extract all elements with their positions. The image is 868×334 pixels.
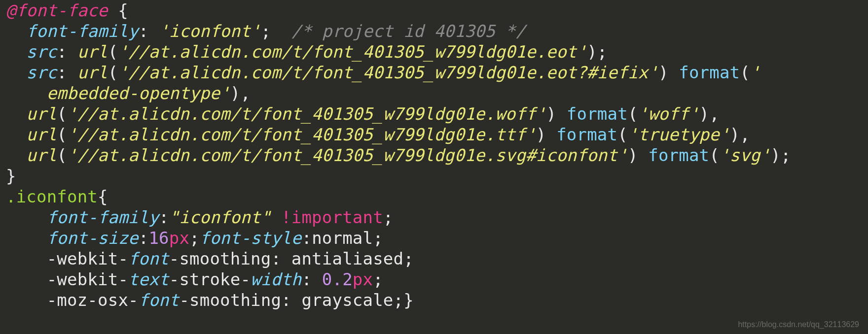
- string: 'iconfont': [159, 21, 261, 41]
- prop-src: src: [26, 42, 57, 62]
- vendor-prefix: -webkit-: [47, 249, 128, 268]
- func-url: url: [26, 104, 57, 124]
- number: 16: [148, 228, 169, 248]
- format-arg: 'truetype': [628, 125, 730, 144]
- prop-font-family: font-family: [47, 207, 159, 227]
- prop-part: -stroke-: [169, 269, 251, 289]
- url: '//at.alicdn.com/t/font_401305_w799ldg01…: [67, 125, 536, 144]
- format-arg: 'svg': [720, 145, 770, 165]
- func-url: url: [26, 145, 57, 165]
- prop-part: font: [128, 249, 169, 268]
- format-arg: 'woff': [638, 104, 699, 124]
- value: grayscale: [301, 290, 393, 310]
- number: 0.2: [322, 269, 353, 289]
- value: normal: [312, 228, 373, 248]
- func-format: format: [556, 125, 617, 144]
- url: '//at.alicdn.com/t/font_401305_w799ldg01…: [118, 63, 658, 82]
- func-url: url: [77, 42, 108, 62]
- prop-part: -smoothing: [169, 249, 271, 268]
- format-arg: embedded-opentype': [47, 83, 230, 103]
- comment: /* project id 401305 */: [291, 21, 526, 41]
- prop-src: src: [26, 63, 57, 82]
- atrule: @font-face: [6, 0, 108, 20]
- selector: .iconfont: [6, 187, 98, 206]
- url: '//at.alicdn.com/t/font_401305_w799ldg01…: [67, 145, 628, 165]
- important: !important: [281, 207, 383, 227]
- func-format: format: [679, 63, 740, 82]
- code-block: @font-face { font-family: 'iconfont'; /*…: [0, 0, 868, 310]
- prop-part: width: [251, 269, 301, 289]
- func-url: url: [26, 125, 57, 144]
- prop-part: font: [139, 290, 180, 310]
- prop-part: -smoothing: [179, 290, 281, 310]
- url: '//at.alicdn.com/t/font_401305_w799ldg01…: [118, 42, 587, 62]
- prop-font-family: font-family: [26, 21, 138, 41]
- prop-part: text: [128, 269, 169, 289]
- url: '//at.alicdn.com/t/font_401305_w799ldg01…: [67, 104, 546, 124]
- unit: px: [353, 269, 373, 289]
- watermark: https://blog.csdn.net/qq_32113629: [738, 320, 859, 329]
- prop-font-size: font-size: [47, 228, 139, 248]
- func-url: url: [77, 63, 108, 82]
- vendor-prefix: -webkit-: [47, 269, 128, 289]
- prop-font-style: font-style: [200, 228, 302, 248]
- value: antialiased: [291, 249, 403, 268]
- func-format: format: [648, 145, 709, 165]
- func-format: format: [567, 104, 628, 124]
- unit: px: [169, 228, 189, 248]
- string: "iconfont": [169, 207, 271, 227]
- vendor-prefix: -moz-osx-: [47, 290, 139, 310]
